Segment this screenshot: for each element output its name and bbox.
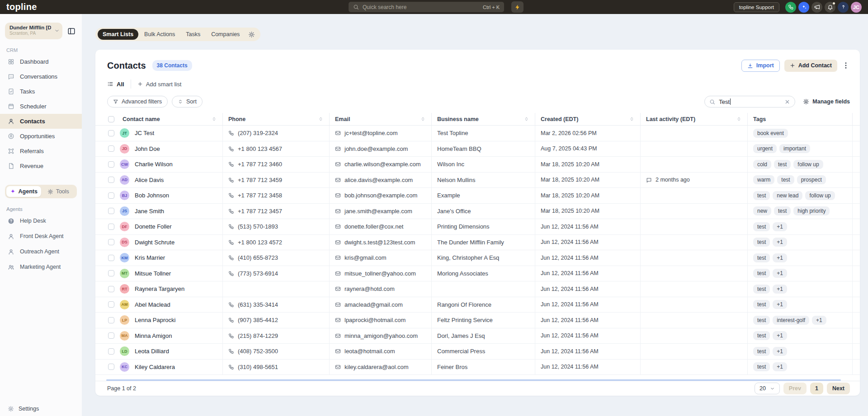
table-row[interactable]: RTRaynera Targaryenraynera@hotd.comJun 1… [95, 281, 860, 297]
email-value: kiley.caldarera@aol.com [344, 364, 409, 370]
cell-phone: +1 787 712 3457 [222, 204, 329, 219]
tab-tasks[interactable]: Tasks [181, 29, 205, 40]
phone-value: (907) 385-4412 [238, 317, 278, 323]
next-page-button[interactable]: Next [827, 383, 850, 394]
sidebar-item-dashboard[interactable]: Dashboard [0, 54, 82, 69]
cell-last-activity [640, 126, 747, 141]
row-checkbox[interactable] [108, 255, 114, 261]
row-checkbox[interactable] [108, 317, 114, 323]
business-name: The Dunder Mifflin Family [437, 239, 504, 246]
row-checkbox[interactable] [108, 364, 114, 370]
table-row[interactable]: DSDwight Schrute+1 800 123 4572dwight.s.… [95, 235, 860, 251]
contacts-search-input[interactable]: Test [704, 96, 795, 108]
tab-smart-lists[interactable]: Smart Lists [98, 29, 138, 40]
add-contact-button[interactable]: Add Contact [784, 60, 837, 72]
cell-contact-name: RTRaynera Targaryen [95, 281, 222, 297]
phone-icon [228, 333, 234, 339]
sidebar-item-tasks[interactable]: Tasks [0, 84, 82, 99]
created-value: Mar 18, 2025 10:20 AM [541, 192, 599, 199]
row-checkbox[interactable] [108, 145, 114, 152]
table-row[interactable]: MTMitsue Tollner(773) 573-6914mitsue_tol… [95, 266, 860, 282]
sidebar-item-marketing-agent[interactable]: Marketing Agent [0, 259, 82, 275]
table-row[interactable]: LPLenna Paprocki(907) 385-4412lpaprocki@… [95, 313, 860, 328]
collapse-sidebar-icon[interactable] [67, 27, 75, 35]
row-checkbox[interactable] [108, 301, 114, 308]
table-row[interactable]: MAMinna Amigon(215) 874-1229minna_amigon… [95, 328, 860, 344]
page-size-select[interactable]: 20 [755, 383, 780, 394]
manage-fields-button[interactable]: Manage fields [803, 98, 850, 105]
table-row[interactable]: KMKris Marrier(410) 655-8723kris@gmail.c… [95, 250, 860, 266]
help-button[interactable] [838, 2, 849, 13]
table-row[interactable]: JDJohn Doe+1 800 123 4567john.doe@exampl… [95, 141, 860, 157]
cell-tags: test+1 [747, 281, 853, 297]
column-header-business-name: Business name [431, 113, 535, 125]
sidebar-item-scheduler[interactable]: Scheduler [0, 99, 82, 114]
business-name: Commercial Press [437, 348, 485, 355]
sidebar-item-referrals[interactable]: Referrals [0, 144, 82, 159]
crm-nav: DashboardConversationsTasksSchedulerCont… [0, 54, 82, 173]
table-row[interactable]: DFDonette Foller(513) 570-1893donette.fo… [95, 219, 860, 235]
sidebar-item-settings[interactable]: Settings [8, 406, 39, 412]
table-row[interactable]: KCKiley Caldarera(310) 498-5651kiley.cal… [95, 360, 860, 375]
row-checkbox[interactable] [108, 224, 114, 230]
table-row[interactable]: LDLeota Dilliard(408) 752-3500leota@hotm… [95, 344, 860, 360]
table-row[interactable]: AMAbel Maclead(631) 335-3414amaclead@gma… [95, 297, 860, 313]
notifications-bell-button[interactable] [825, 2, 835, 13]
toggle-tools[interactable]: Tools [41, 186, 76, 197]
row-checkbox[interactable] [108, 208, 114, 214]
row-checkbox[interactable] [108, 270, 114, 276]
more-options-kebab-icon[interactable] [842, 61, 850, 70]
select-all-checkbox[interactable] [108, 116, 114, 122]
quick-search-input[interactable]: Quick search here Ctrl + K [349, 2, 504, 12]
sidebar-item-contacts[interactable]: Contacts [0, 114, 82, 129]
user-avatar[interactable]: JC [851, 2, 862, 13]
ai-sparkles-button[interactable] [798, 2, 809, 13]
tab-companies[interactable]: Companies [206, 29, 245, 40]
tag-pill: +1 [773, 222, 787, 231]
sidebar-item-opportunities[interactable]: Opportunities [0, 129, 82, 144]
advanced-filters-button[interactable]: Advanced filters [107, 96, 168, 108]
announcements-megaphone-button[interactable] [811, 2, 822, 13]
support-button[interactable]: topline Support [734, 2, 779, 12]
tab-all[interactable]: All [107, 81, 124, 88]
table-row[interactable]: BJBob Johnson+1 787 712 3458bob.johnson@… [95, 188, 860, 204]
cell-business: Feltz Printing Service [431, 313, 535, 328]
workspace-selector[interactable]: Dunder Mifflin [D... Scranton, PA [5, 23, 62, 39]
clear-search-icon[interactable] [784, 99, 790, 105]
row-checkbox[interactable] [108, 348, 114, 355]
row-checkbox[interactable] [108, 177, 114, 183]
sidebar-item-front-desk-agent[interactable]: Front Desk Agent [0, 229, 82, 244]
table-row[interactable]: ADAlice Davis+1 787 712 3459alice.davis@… [95, 173, 860, 188]
row-checkbox[interactable] [108, 161, 114, 168]
sidebar-item-outreach-agent[interactable]: Outreach Agent [0, 244, 82, 259]
cell-phone: +1 787 712 3459 [222, 173, 329, 188]
horizontal-scrollbar[interactable] [106, 379, 841, 381]
toggle-agents[interactable]: Agents [6, 186, 41, 197]
phone-call-button[interactable] [785, 2, 796, 13]
row-gutter [853, 235, 860, 250]
prev-page-button[interactable]: Prev [783, 383, 807, 394]
tabs-settings-gear-icon[interactable] [248, 31, 255, 38]
cell-phone: (408) 752-3500 [222, 344, 329, 359]
sidebar-item-revenue[interactable]: Revenue [0, 159, 82, 173]
row-checkbox[interactable] [108, 286, 114, 292]
contacts-count-badge[interactable]: 38 Contacts [152, 60, 192, 71]
page-number-button[interactable]: 1 [810, 383, 823, 394]
tab-bulk-actions[interactable]: Bulk Actions [139, 29, 180, 40]
quick-actions-button[interactable] [511, 1, 524, 13]
table-row[interactable]: CWCharlie Wilson+1 787 712 3460charlie.w… [95, 157, 860, 173]
import-button[interactable]: Import [741, 60, 780, 72]
row-checkbox[interactable] [108, 332, 114, 339]
row-checkbox[interactable] [108, 192, 114, 199]
sort-button[interactable]: Sort [172, 96, 203, 108]
table-row[interactable]: JSJane Smith+1 787 712 3457jane.smith@ex… [95, 204, 860, 220]
row-checkbox[interactable] [108, 239, 114, 245]
row-checkbox[interactable] [108, 130, 114, 136]
table-row[interactable]: JTJC Test(207) 319-2324jc+test@topline.c… [95, 126, 860, 141]
cell-tags: coldtestfollow up [747, 157, 853, 172]
sidebar-item-help-desk[interactable]: Help Desk [0, 213, 82, 229]
add-smart-list-button[interactable]: Add smart list [137, 81, 182, 88]
column-header-phone: Phone [222, 113, 329, 125]
sidebar-item-conversations[interactable]: Conversations [0, 69, 82, 84]
mail-icon [335, 177, 341, 183]
